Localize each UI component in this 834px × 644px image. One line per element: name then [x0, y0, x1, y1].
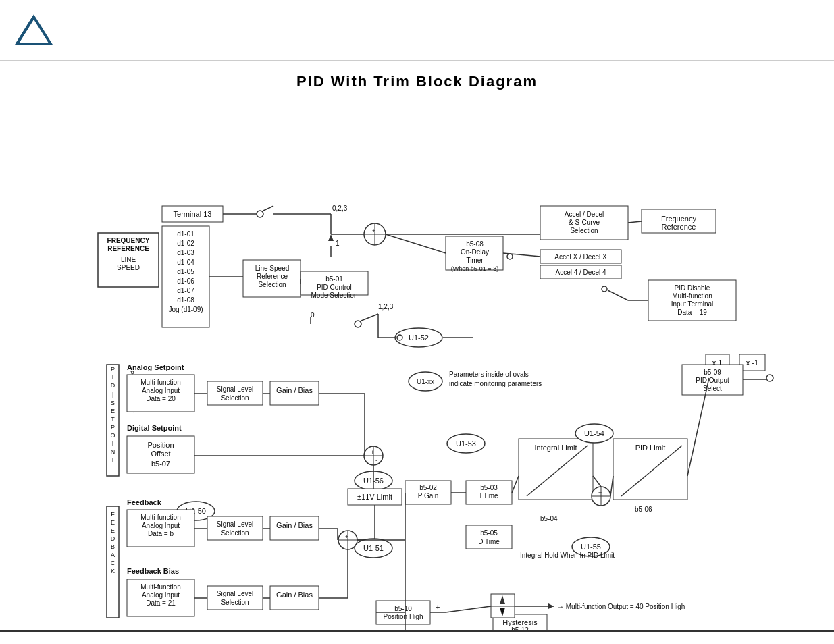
svg-text:Jog (d1-09): Jog (d1-09) [168, 306, 203, 313]
svg-text:O: O [110, 432, 115, 439]
svg-text:Multi-function: Multi-function [672, 292, 712, 300]
svg-line-224 [593, 476, 601, 487]
svg-text:Signal Level: Signal Level [217, 385, 253, 393]
svg-text:Analog Input: Analog Input [142, 591, 180, 599]
svg-line-6 [263, 206, 273, 211]
svg-text:d1-06: d1-06 [177, 277, 194, 285]
svg-text:Accel / Decel: Accel / Decel [565, 211, 604, 218]
svg-text:Analog Input: Analog Input [142, 387, 180, 394]
svg-text:Selection: Selection [221, 394, 249, 402]
svg-text:U1-51: U1-51 [363, 544, 384, 552]
svg-text:b5-03: b5-03 [480, 484, 498, 491]
svg-text:Gain / Bias: Gain / Bias [276, 521, 313, 529]
svg-text:S: S [111, 400, 115, 406]
svg-text:Feedback: Feedback [127, 498, 162, 506]
svg-text:Position: Position [147, 441, 174, 449]
svg-text:U1-xx: U1-xx [417, 378, 434, 385]
svg-text:+: + [436, 603, 440, 611]
svg-text:+: + [371, 449, 374, 456]
svg-text:LINE: LINE [121, 256, 136, 263]
svg-text:Terminal 13: Terminal 13 [174, 210, 212, 218]
svg-text:Integral Limit: Integral Limit [535, 444, 577, 452]
svg-text:+: + [372, 227, 375, 234]
svg-text:PID Output: PID Output [696, 377, 729, 384]
svg-text:Analog Input: Analog Input [142, 522, 180, 529]
svg-text:E: E [111, 527, 115, 534]
svg-line-36 [386, 234, 446, 253]
svg-text:Multi-function: Multi-function [140, 583, 180, 591]
svg-text:b5-10: b5-10 [394, 605, 412, 612]
svg-text:b5-04: b5-04 [540, 515, 558, 522]
svg-text:Multi-function: Multi-function [140, 379, 180, 386]
svg-text:C: C [111, 560, 115, 566]
svg-text:d1-02: d1-02 [177, 240, 194, 247]
svg-text:x -1: x -1 [746, 358, 758, 367]
footer [0, 630, 834, 644]
svg-text:FREQUENCY: FREQUENCY [107, 237, 150, 244]
svg-text:-: - [350, 541, 352, 548]
logo-icon [14, 10, 54, 51]
svg-text:Parameters inside of ovals: Parameters inside of ovals [449, 371, 529, 378]
svg-line-68 [361, 314, 378, 321]
svg-text:Selection: Selection [221, 529, 249, 537]
svg-text:Accel X / Decel X: Accel X / Decel X [554, 253, 607, 261]
svg-text:E: E [111, 408, 115, 414]
header [0, 0, 834, 61]
svg-text:±11V Limit: ±11V Limit [357, 493, 392, 501]
svg-text:b5-05: b5-05 [480, 529, 498, 537]
svg-text:REFERENCE: REFERENCE [107, 245, 149, 252]
svg-text:Data = 21: Data = 21 [146, 599, 176, 607]
block-diagram: Terminal 13 0,2,3 + 1 Accel / Decel & S-… [0, 101, 834, 630]
diagram-area: PID With Trim Block Diagram Terminal 13 … [0, 61, 834, 630]
diagram-title: PID With Trim Block Diagram [0, 61, 834, 97]
svg-text:+: + [598, 489, 602, 496]
svg-point-5 [257, 211, 263, 217]
svg-line-26 [628, 221, 642, 223]
svg-text:K: K [111, 568, 115, 574]
svg-text:Selection: Selection [258, 281, 286, 288]
svg-text:Accel 4 / Decel 4: Accel 4 / Decel 4 [555, 269, 606, 276]
svg-point-73 [397, 335, 402, 340]
svg-text:Reference: Reference [257, 273, 288, 280]
svg-text:P Gain: P Gain [418, 492, 438, 500]
svg-text:Integral Hold When In PID Limi: Integral Hold When In PID Limit [520, 552, 615, 559]
svg-text:Offset: Offset [151, 450, 170, 458]
svg-text:d1-05: d1-05 [177, 268, 194, 275]
svg-text:Signal Level: Signal Level [217, 520, 253, 528]
svg-text:F: F [111, 511, 115, 518]
svg-text:Gain / Bias: Gain / Bias [276, 591, 313, 599]
svg-text:→ Multi-function Output = 40 P: → Multi-function Output = 40 Position Hi… [557, 603, 685, 610]
svg-text:Reference: Reference [662, 223, 696, 231]
svg-text:PID Control: PID Control [317, 284, 352, 291]
svg-text:b5-08: b5-08 [466, 240, 484, 248]
svg-text:Timer: Timer [466, 257, 484, 264]
svg-text:On-Delay: On-Delay [461, 248, 489, 256]
svg-text:D Time: D Time [478, 538, 500, 545]
svg-marker-0 [17, 17, 51, 44]
svg-text:indicate monitoring parameters: indicate monitoring parameters [449, 380, 542, 387]
svg-text:SPEED: SPEED [117, 264, 140, 271]
svg-text:E: E [111, 519, 115, 526]
svg-text:-: - [436, 613, 438, 621]
svg-text:T: T [111, 416, 115, 423]
svg-text:Selection: Selection [221, 599, 249, 606]
svg-text:b5-02: b5-02 [419, 484, 437, 491]
svg-text:Data = b: Data = b [148, 530, 174, 537]
svg-text:PID Disable: PID Disable [675, 284, 710, 292]
svg-text:P: P [111, 366, 115, 373]
svg-text:Signal Level: Signal Level [217, 590, 253, 597]
svg-text:N: N [111, 448, 115, 455]
svg-text:D: D [111, 382, 115, 389]
svg-text:T: T [111, 456, 115, 463]
svg-text:PID Limit: PID Limit [635, 444, 666, 452]
svg-text:b5-01: b5-01 [325, 275, 343, 283]
svg-text:U1-54: U1-54 [584, 429, 604, 437]
svg-text:Line Speed: Line Speed [255, 265, 290, 272]
svg-text:1,2,3: 1,2,3 [378, 303, 394, 311]
svg-text:U1-53: U1-53 [456, 439, 476, 448]
svg-text:d1-08: d1-08 [177, 296, 194, 304]
svg-point-38 [507, 254, 513, 259]
svg-text:Analog Setpoint: Analog Setpoint [127, 363, 184, 371]
svg-text:b5-09: b5-09 [704, 369, 721, 376]
svg-text:Feedback Bias: Feedback Bias [127, 567, 179, 575]
